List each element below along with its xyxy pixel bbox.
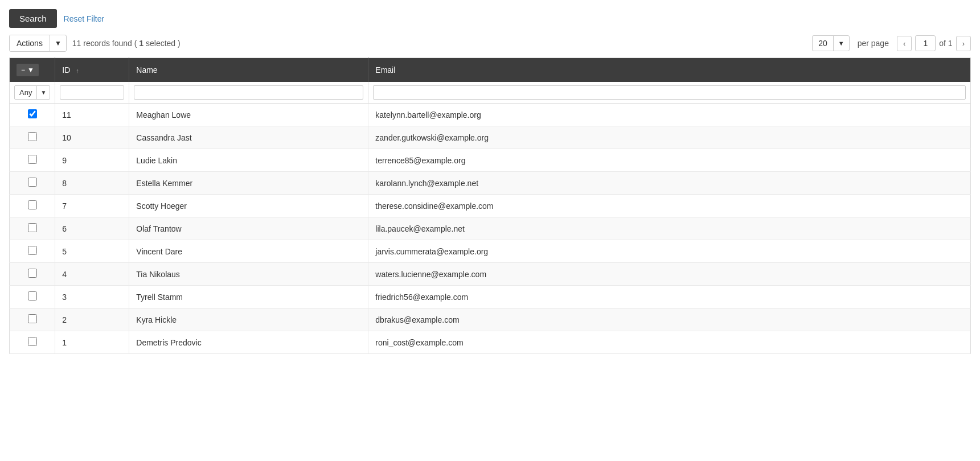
row-email: therese.considine@example.com bbox=[368, 195, 971, 217]
row-checkbox-cell bbox=[10, 308, 55, 331]
row-id: 7 bbox=[55, 195, 129, 217]
select-all-button[interactable]: − ▼ bbox=[17, 64, 39, 76]
records-info-end: selected ) bbox=[143, 39, 181, 48]
row-id: 10 bbox=[55, 126, 129, 149]
row-checkbox-cell bbox=[10, 126, 55, 149]
row-checkbox[interactable] bbox=[28, 178, 37, 187]
per-page-arrow[interactable]: ▼ bbox=[834, 37, 849, 50]
row-name: Estella Kemmer bbox=[129, 172, 368, 195]
row-id: 8 bbox=[55, 172, 129, 195]
row-checkbox-cell bbox=[10, 286, 55, 308]
row-name: Tyrell Stamm bbox=[129, 286, 368, 308]
table-body: 11Meaghan Lowekatelynn.bartell@example.o… bbox=[10, 104, 971, 354]
filter-input-email[interactable] bbox=[373, 85, 966, 100]
th-name[interactable]: Name bbox=[129, 58, 368, 83]
actions-row: Actions ▼ 11 records found ( 1 selected … bbox=[9, 35, 971, 52]
row-name: Scotty Hoeger bbox=[129, 195, 368, 217]
table-row: 6Olaf Trantowlila.paucek@example.net bbox=[10, 217, 971, 240]
row-name: Olaf Trantow bbox=[129, 217, 368, 240]
row-id: 3 bbox=[55, 286, 129, 308]
table-row: 1Demetris Predovicroni_cost@example.com bbox=[10, 331, 971, 354]
th-email[interactable]: Email bbox=[368, 58, 971, 83]
row-checkbox-cell bbox=[10, 195, 55, 217]
row-checkbox[interactable] bbox=[28, 155, 37, 164]
table-row: 4Tia Nikolauswaters.lucienne@example.com bbox=[10, 263, 971, 286]
row-checkbox[interactable] bbox=[28, 246, 37, 255]
row-checkbox[interactable] bbox=[28, 337, 37, 346]
row-checkbox-cell bbox=[10, 149, 55, 172]
actions-left: Actions ▼ 11 records found ( 1 selected … bbox=[9, 35, 181, 52]
row-checkbox[interactable] bbox=[28, 314, 37, 323]
actions-dropdown-arrow[interactable]: ▼ bbox=[50, 36, 66, 51]
row-id: 11 bbox=[55, 104, 129, 126]
row-id: 2 bbox=[55, 308, 129, 331]
row-name: Vincent Dare bbox=[129, 240, 368, 263]
filter-cell-id bbox=[55, 82, 129, 104]
row-email: jarvis.cummerata@example.org bbox=[368, 240, 971, 263]
selected-count: 1 bbox=[139, 39, 143, 48]
table-row: 2Kyra Hickledbrakus@example.com bbox=[10, 308, 971, 331]
filter-input-id[interactable] bbox=[60, 85, 124, 100]
th-email-label: Email bbox=[375, 65, 395, 75]
filter-any-arrow[interactable]: ▼ bbox=[37, 87, 50, 98]
table-row: 8Estella Kemmerkarolann.lynch@example.ne… bbox=[10, 172, 971, 195]
reset-filter-link[interactable]: Reset Filter bbox=[64, 14, 105, 23]
actions-label[interactable]: Actions bbox=[10, 35, 50, 51]
row-name: Kyra Hickle bbox=[129, 308, 368, 331]
table-row: 9Ludie Lakinterrence85@example.org bbox=[10, 149, 971, 172]
row-name: Demetris Predovic bbox=[129, 331, 368, 354]
row-id: 9 bbox=[55, 149, 129, 172]
row-checkbox-cell bbox=[10, 240, 55, 263]
filter-input-name[interactable] bbox=[134, 85, 363, 100]
row-email: zander.gutkowski@example.org bbox=[368, 126, 971, 149]
row-name: Tia Nikolaus bbox=[129, 263, 368, 286]
row-checkbox[interactable] bbox=[28, 269, 37, 278]
data-table: − ▼ ID ↑ Name Email Any ▼ bbox=[9, 57, 971, 354]
select-all-arrow: ▼ bbox=[27, 66, 34, 74]
page-number: 1 bbox=[915, 35, 936, 51]
row-email: katelynn.bartell@example.org bbox=[368, 104, 971, 126]
row-id: 6 bbox=[55, 217, 129, 240]
row-checkbox-cell bbox=[10, 331, 55, 354]
row-name: Cassandra Jast bbox=[129, 126, 368, 149]
row-checkbox-cell bbox=[10, 263, 55, 286]
filter-any-select[interactable]: Any ▼ bbox=[14, 85, 50, 100]
row-id: 5 bbox=[55, 240, 129, 263]
table-row: 7Scotty Hoegertherese.considine@example.… bbox=[10, 195, 971, 217]
pagination: 20 ▼ per page ‹ 1 of 1 › bbox=[812, 35, 971, 51]
per-page-select[interactable]: 20 ▼ bbox=[812, 35, 849, 51]
row-checkbox-cell bbox=[10, 172, 55, 195]
th-id[interactable]: ID ↑ bbox=[55, 58, 129, 83]
row-checkbox[interactable] bbox=[28, 109, 37, 118]
row-id: 1 bbox=[55, 331, 129, 354]
search-button[interactable]: Search bbox=[9, 9, 57, 28]
row-email: lila.paucek@example.net bbox=[368, 217, 971, 240]
sort-icon-id: ↑ bbox=[76, 67, 79, 74]
row-name: Meaghan Lowe bbox=[129, 104, 368, 126]
prev-page-button[interactable]: ‹ bbox=[897, 36, 912, 51]
filter-cell-checkbox: Any ▼ bbox=[10, 82, 55, 104]
row-checkbox[interactable] bbox=[28, 291, 37, 301]
th-name-label: Name bbox=[136, 65, 157, 75]
per-page-value: 20 bbox=[813, 36, 834, 51]
th-checkbox: − ▼ bbox=[10, 58, 55, 83]
table-row: 11Meaghan Lowekatelynn.bartell@example.o… bbox=[10, 104, 971, 126]
row-checkbox[interactable] bbox=[28, 223, 37, 232]
th-id-label: ID bbox=[62, 65, 70, 75]
next-page-button[interactable]: › bbox=[956, 36, 971, 51]
row-email: karolann.lynch@example.net bbox=[368, 172, 971, 195]
row-email: waters.lucienne@example.com bbox=[368, 263, 971, 286]
row-email: friedrich56@example.com bbox=[368, 286, 971, 308]
table-row: 10Cassandra Jastzander.gutkowski@example… bbox=[10, 126, 971, 149]
table-header-row: − ▼ ID ↑ Name Email bbox=[10, 58, 971, 83]
actions-dropdown[interactable]: Actions ▼ bbox=[9, 35, 67, 52]
row-checkbox[interactable] bbox=[28, 132, 37, 141]
table-row: 3Tyrell Stammfriedrich56@example.com bbox=[10, 286, 971, 308]
row-checkbox[interactable] bbox=[28, 200, 37, 209]
table-row: 5Vincent Darejarvis.cummerata@example.or… bbox=[10, 240, 971, 263]
row-email: roni_cost@example.com bbox=[368, 331, 971, 354]
per-page-label: per page bbox=[853, 39, 893, 48]
filter-cell-name bbox=[129, 82, 368, 104]
row-checkbox-cell bbox=[10, 217, 55, 240]
row-email: dbrakus@example.com bbox=[368, 308, 971, 331]
